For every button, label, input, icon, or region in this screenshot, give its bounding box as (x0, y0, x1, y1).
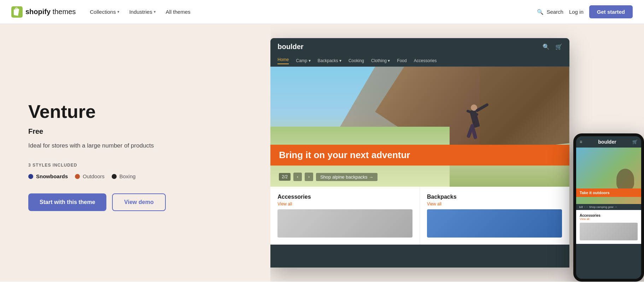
mobile-menu-icon: ≡ (580, 139, 582, 144)
preview-accessories-category: Accessories View all (270, 187, 420, 245)
mobile-product-section: Accessories View all (576, 210, 641, 244)
outdoors-dot (75, 174, 80, 179)
login-link[interactable]: Log in (569, 9, 584, 15)
nav-item-industries[interactable]: Industries ▾ (125, 6, 160, 18)
mobile-topbar: ≡ boulder 🛒 (576, 136, 641, 148)
style-option-outdoors[interactable]: Outdoors (75, 173, 105, 179)
mobile-banner-text: Take it outdoors (580, 191, 638, 195)
desktop-preview: boulder 🔍 🛒 Home Camp ▾ Backpacks ▾ Cook… (270, 38, 569, 268)
hero-right: boulder 🔍 🛒 Home Camp ▾ Backpacks ▾ Cook… (270, 24, 644, 282)
style-option-boxing[interactable]: Boxing (112, 173, 136, 179)
navbar: shopify themes Collections ▾ Industries … (0, 0, 644, 24)
chevron-down-icon: ▾ (154, 10, 156, 14)
snowboards-label: Snowboards (36, 173, 68, 179)
view-demo-button[interactable]: View demo (112, 193, 165, 211)
outdoors-label: Outdoors (83, 173, 105, 179)
preview-slide-number: 2/2 (279, 173, 291, 181)
preview-shop-link: Shop alpine backpacks → (316, 173, 377, 181)
accessories-title: Accessories (277, 194, 412, 200)
preview-topbar: boulder 🔍 🛒 (270, 38, 569, 55)
preview-banner-text: Bring it on your next adventur (279, 150, 410, 160)
preview-slider-controls: 2/2 ‹ › Shop alpine backpacks → (279, 173, 377, 181)
start-theme-button[interactable]: Start with this theme (28, 193, 106, 211)
preview-nav-clothing: Clothing ▾ (371, 58, 390, 63)
preview-nav-accessories: Accessories (414, 58, 437, 63)
nav-left: shopify themes Collections ▾ Industries … (11, 6, 195, 18)
mobile-slide-number: 1/2 (579, 205, 583, 209)
nav-menu: Collections ▾ Industries ▾ All themes (86, 6, 194, 18)
preview-nav: Home Camp ▾ Backpacks ▾ Cooking Clothing… (270, 55, 569, 67)
style-option-snowboards[interactable]: Snowboards (28, 173, 68, 179)
search-button[interactable]: 🔍 Search (537, 9, 563, 15)
preview-product-section: Accessories View all Backpacks View all (270, 187, 569, 245)
preview-nav-food: Food (397, 58, 406, 63)
preview-nav-cooking: Cooking (349, 58, 364, 63)
mobile-preview: ≡ boulder 🛒 Take it outdoors 1/2 ‹ (573, 133, 644, 282)
boxing-label: Boxing (119, 173, 136, 179)
snowboards-dot (28, 174, 33, 179)
nav-item-allthemes[interactable]: All themes (162, 6, 195, 18)
hero-left: Venture Free Ideal for stores with a lar… (0, 24, 270, 282)
next-slide-button[interactable]: › (305, 173, 313, 181)
climber-background (270, 67, 569, 187)
get-started-button[interactable]: Get started (589, 5, 633, 18)
mobile-cart-icon: 🛒 (632, 139, 638, 144)
preview-nav-home: Home (277, 57, 289, 64)
mobile-prev-icon: ‹ (584, 205, 585, 209)
theme-price: Free (28, 127, 249, 136)
preview-hero-image: Bring it on your next adventur 2/2 ‹ › S… (270, 67, 569, 187)
mobile-next-icon: › (587, 205, 588, 209)
logo[interactable]: shopify themes (11, 6, 76, 18)
mobile-category-title: Accessories (580, 214, 638, 217)
nav-right: 🔍 Search Log in Get started (537, 5, 633, 18)
search-icon: 🔍 (543, 43, 550, 50)
backpacks-link[interactable]: View all (427, 202, 562, 206)
preview-nav-backpacks: Backpacks ▾ (318, 58, 341, 63)
preview-backpacks-category: Backpacks View all (420, 187, 569, 245)
theme-name: Venture (28, 102, 249, 122)
theme-description: Ideal for stores with a large number of … (28, 141, 249, 150)
accessories-link[interactable]: View all (277, 202, 412, 206)
mobile-hero-image: Take it outdoors (576, 148, 641, 204)
cart-icon: 🛒 (555, 43, 562, 50)
shopify-logo-icon (11, 6, 23, 18)
mobile-shop-link: Shop camping gear → (589, 205, 617, 209)
styles-label: 3 STYLES INCLUDED (28, 163, 249, 168)
chevron-down-icon: ▾ (117, 10, 119, 14)
mobile-brand: boulder (598, 139, 616, 145)
cta-buttons: Start with this theme View demo (28, 193, 249, 211)
backpacks-title: Backpacks (427, 194, 562, 200)
style-options: Snowboards Outdoors Boxing (28, 173, 249, 179)
hero-section: Venture Free Ideal for stores with a lar… (0, 24, 644, 282)
preview-nav-camp: Camp ▾ (296, 58, 310, 63)
search-icon: 🔍 (537, 9, 544, 15)
nav-item-collections[interactable]: Collections ▾ (86, 6, 123, 18)
boxing-dot (112, 174, 117, 179)
preview-topbar-icons: 🔍 🛒 (543, 43, 562, 50)
prev-slide-button[interactable]: ‹ (293, 173, 302, 181)
preview-site-brand: boulder (277, 43, 303, 51)
mobile-content: ≡ boulder 🛒 Take it outdoors 1/2 ‹ (576, 136, 641, 279)
mobile-category-link[interactable]: View all (580, 217, 638, 221)
preview-orange-banner: Bring it on your next adventur (270, 145, 569, 166)
mobile-orange-banner: Take it outdoors (576, 188, 641, 197)
logo-text: shopify themes (25, 8, 76, 16)
